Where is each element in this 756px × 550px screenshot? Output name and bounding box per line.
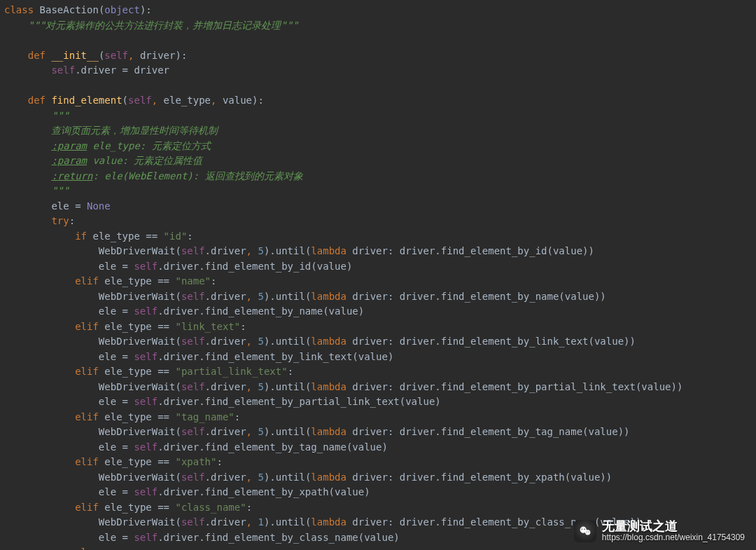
base-class: object bbox=[104, 4, 140, 15]
code-editor[interactable]: class BaseAction(object): """对元素操作的公共方法进… bbox=[0, 0, 756, 550]
svg-point-2 bbox=[581, 528, 582, 530]
watermark-title: 无量测试之道 bbox=[602, 519, 678, 534]
class-name: BaseAction bbox=[40, 4, 99, 15]
svg-point-3 bbox=[584, 528, 585, 530]
kw-class: class bbox=[4, 4, 40, 15]
svg-point-1 bbox=[585, 530, 590, 535]
wechat-icon bbox=[574, 520, 596, 542]
watermark-url: https://blog.csdn.net/weixin_41754309 bbox=[602, 533, 745, 543]
watermark: 无量测试之道 https://blog.csdn.net/weixin_4175… bbox=[574, 519, 745, 543]
class-docstring: """对元素操作的公共方法进行封装，并增加日志记录处理""" bbox=[28, 20, 299, 31]
svg-point-4 bbox=[586, 531, 587, 532]
svg-point-5 bbox=[588, 531, 589, 532]
method-find-element: find_element bbox=[51, 95, 122, 106]
